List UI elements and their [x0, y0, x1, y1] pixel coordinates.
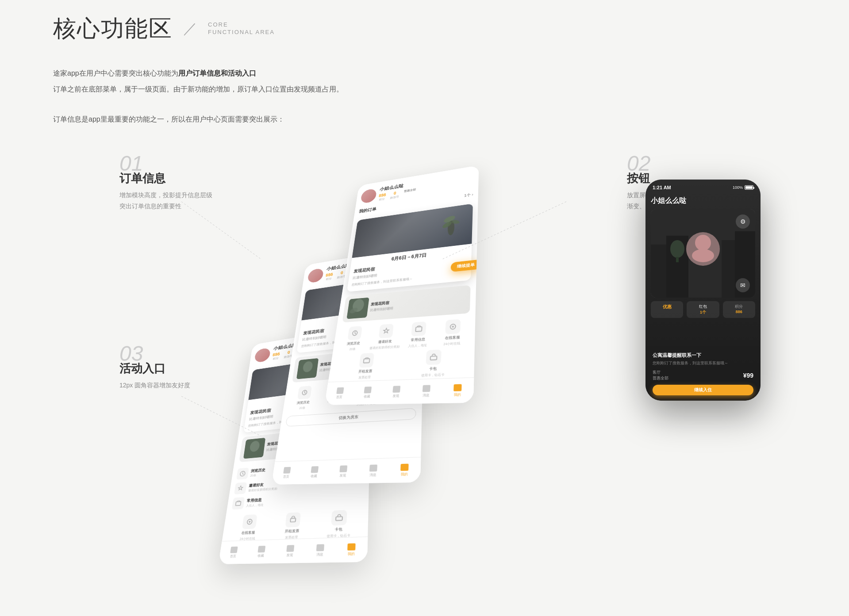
bottom-nav-1: 首页 收藏 发现 消息 我的 [325, 377, 474, 405]
notif-subtitle: 您刚刚订了搜救服务，到这里联系客服哦～ [653, 360, 753, 366]
avatar-1 [360, 188, 377, 203]
page-title-cn: 核心功能区 [53, 13, 173, 44]
desc-line2: 订单之前在底部菜单，属于一级页面。由于新功能的增加，原订单入口位置由发现频道占用… [53, 82, 796, 96]
info-cards: 优惠 红包 1个 积分 886 [651, 301, 755, 318]
svg-rect-12 [290, 518, 296, 522]
bottom-nav-3: 首页 收藏 发现 消息 我的 [219, 536, 368, 564]
main-content: 01 订单信息 增加模块高度，投影提升信息层级 突出订单信息的重要性 02 按钮… [53, 153, 796, 573]
desc-line3: 订单信息是app里最重要的功能之一，所以在用户中心页面需要突出展示： [53, 112, 796, 126]
svg-rect-34 [430, 356, 437, 360]
svg-rect-10 [235, 501, 241, 505]
svg-rect-44 [676, 257, 679, 262]
header-divider: ／ [183, 19, 197, 38]
price-info: 客厅 普惠全部 ¥99 [653, 370, 753, 381]
phones-container: 小姐么么哒 886积分 0旅游币 [195, 140, 540, 573]
annotation-01-title: 订单信息 [119, 171, 212, 186]
activity-img-3 [243, 438, 265, 459]
svg-rect-31 [415, 327, 422, 332]
notif-title: 公寓温馨提醒联系一下 [653, 352, 753, 359]
header-title-en: CORE FUNCTIONAL AREA [208, 21, 275, 36]
annotation-01: 01 订单信息 增加模块高度，投影提升信息层级 突出订单信息的重要性 [119, 153, 212, 212]
phone-screen-1: 小姐么么哒 886积分 0旅游币 普惠全部 我的订单 1个 [325, 165, 479, 405]
header-en-line2: FUNCTIONAL AREA [208, 29, 275, 36]
svg-rect-36 [651, 245, 668, 298]
annotation-03-desc: 12px 圆角容器增加友好度 [119, 380, 190, 391]
desc-line1: 途家app在用户中心需要突出核心功能为用户订单信息和活动入口 [53, 66, 796, 80]
order-card-1: 6月6日－6月7日 发现花民宿 比遨特别好嗯明 您刚刚订了搜救服务，到这里联系客… [347, 203, 473, 292]
avatar-3 [254, 347, 271, 363]
annotation-03: 03 活动入口 12px 圆角容器增加友好度 [119, 343, 190, 391]
phone-stack: 小姐么么哒 886积分 0旅游币 [195, 140, 540, 573]
message-icon[interactable]: ✉ [736, 278, 750, 292]
avatar-2 [307, 268, 324, 283]
svg-rect-13 [336, 517, 342, 520]
price-value: ¥99 [743, 372, 753, 379]
svg-rect-33 [364, 359, 370, 363]
settings-icon[interactable]: ⚙ [736, 214, 750, 229]
header-section: 核心功能区 ／ CORE FUNCTIONAL AREA [53, 13, 796, 44]
chat-content: 小姐么么哒 [645, 193, 761, 321]
bottom-nav-2: 首页 收藏 发现 消息 我的 [272, 457, 421, 485]
status-bar: 1:21 AM 100% [645, 180, 761, 193]
header-en-line1: CORE [208, 21, 275, 29]
chat-name: 小姐么么哒 [651, 196, 755, 206]
chat-bg-image: ⚙ ✉ [651, 209, 755, 298]
page-container: 核心功能区 ／ CORE FUNCTIONAL AREA 途家app在用户中心需… [0, 0, 849, 600]
notification-card: 公寓温馨提醒联系一下 您刚刚订了搜救服务，到这里联系客服哦～ 客厅 普惠全部 ¥… [645, 347, 761, 401]
svg-point-42 [692, 249, 714, 262]
annotation-03-title: 活动入口 [119, 361, 190, 376]
checkin-button[interactable]: 继续入住 [653, 385, 753, 395]
svg-point-41 [695, 235, 711, 251]
right-phone: 1:21 AM 100% 小姐么么哒 [645, 180, 761, 401]
status-time: 1:21 AM [653, 185, 671, 190]
annotation-01-desc: 增加模块高度，投影提升信息层级 突出订单信息的重要性 [119, 190, 212, 212]
status-icons: 100% [733, 185, 753, 190]
phone-layer-1: 小姐么么哒 886积分 0旅游币 普惠全部 我的订单 1个 [325, 165, 479, 405]
svg-point-43 [670, 240, 684, 258]
description-section: 途家app在用户中心需要突出核心功能为用户订单信息和活动入口 订单之前在底部菜单… [53, 66, 796, 126]
right-phone-screen: 1:21 AM 100% 小姐么么哒 [645, 180, 761, 401]
